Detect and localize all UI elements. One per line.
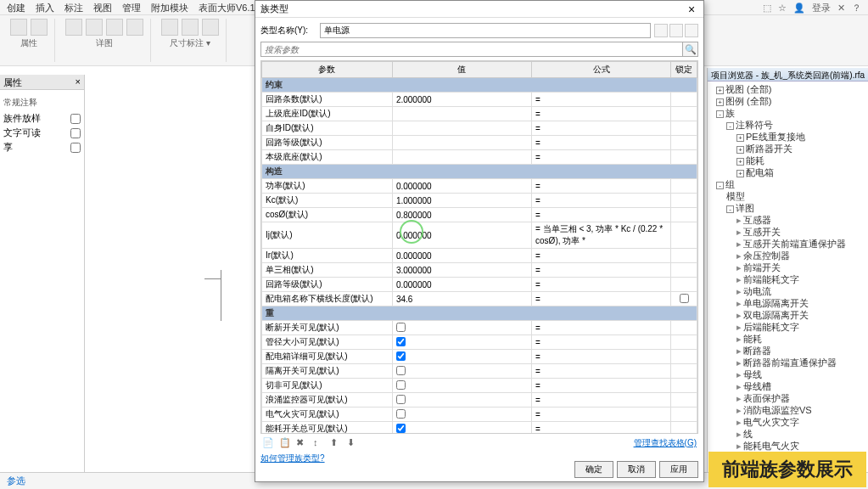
param-value[interactable]: 34.6 [392,292,531,306]
tree-item[interactable]: +视图 (全部) [709,83,866,95]
tree-item[interactable]: ▸后端能耗文字 [709,321,866,333]
help-link[interactable]: 如何管理族类型? [260,453,325,463]
delete-icon[interactable] [685,24,698,37]
param-lock[interactable] [671,278,697,292]
param-lock[interactable] [671,350,697,364]
param-formula[interactable]: = [532,278,671,292]
lookup-tables-link[interactable]: 管理查找表格(G) [634,437,697,449]
tree-toggle-icon[interactable]: - [726,205,734,213]
tree-toggle-icon[interactable]: + [716,87,724,94]
param-value[interactable]: 0.000000 [392,222,531,249]
param-checkbox[interactable] [396,424,406,433]
param-value[interactable] [392,150,531,165]
tree-toggle-icon[interactable]: + [736,158,744,166]
param-lock[interactable] [671,179,697,194]
param-formula[interactable]: = [532,350,671,364]
tree-item[interactable]: ▸双电源隔离开关 [709,309,866,321]
param-value[interactable]: 3.000000 [392,263,531,278]
param-name[interactable]: cosØ(默认) [262,208,393,222]
param-value[interactable] [392,136,531,150]
menu-item[interactable]: 表面大师V6.1 [199,2,255,13]
tree-item[interactable]: ▸动电流 [709,285,866,297]
param-formula[interactable]: = [532,208,671,222]
tree-item[interactable]: ▸表面保护器 [709,392,866,404]
header-value[interactable]: 值 [392,62,531,78]
tree-toggle-icon[interactable]: - [726,122,734,130]
param-name[interactable]: 配电箱名称下横线长度(默认) [262,292,393,306]
ribbon-icon[interactable] [161,19,178,36]
param-name[interactable]: 回路等级(默认) [262,278,393,292]
param-value[interactable] [392,321,531,335]
tree-item[interactable]: +配电箱 [709,166,866,178]
group-header[interactable]: 重 [262,306,697,321]
param-lock[interactable] [671,121,697,136]
header-param[interactable]: 参数 [262,62,393,78]
param-lock[interactable] [671,222,697,249]
param-name[interactable]: 浪涌监控器可见(默认) [262,393,393,408]
group-header[interactable]: 约束 [262,78,697,93]
param-lock[interactable] [671,208,697,222]
param-checkbox[interactable] [396,409,406,419]
param-lock[interactable] [671,292,697,306]
icon[interactable]: ⬚ [763,3,771,14]
tool-icon[interactable]: 📄 [262,437,274,449]
param-name[interactable]: 自身ID(默认) [262,121,393,136]
ribbon-icon[interactable] [31,19,48,36]
param-name[interactable]: 管径大小可见(默认) [262,335,393,350]
tree-item[interactable]: +图例 (全部) [709,95,866,107]
rename-icon[interactable] [669,24,683,37]
tree-item[interactable]: +PE线重复接地 [709,131,866,143]
param-value[interactable] [392,107,531,121]
param-checkbox[interactable] [396,351,406,361]
search-input[interactable] [260,42,683,57]
tree-item[interactable]: +断路器开关 [709,143,866,155]
tree-item[interactable]: ▸互感器 [709,214,866,226]
param-value[interactable]: 1.000000 [392,194,531,208]
param-lock[interactable] [671,393,697,408]
menu-item[interactable]: 附加模块 [151,2,188,13]
new-type-icon[interactable] [654,24,668,37]
prop-checkbox[interactable] [70,114,81,124]
tree-item[interactable]: -注释符号 [709,119,866,131]
tree-toggle-icon[interactable]: + [716,98,724,106]
tree-item[interactable]: ▸能耗 [709,333,866,345]
param-formula[interactable]: = 当单三相 < 3, 功率 * Kc / (0.22 * cosØ), 功率 … [532,222,671,249]
tree-item[interactable]: -组 [709,178,866,190]
tree-item[interactable]: -族 [709,107,866,119]
param-value[interactable] [392,393,531,408]
param-lock[interactable] [671,321,697,335]
param-lock[interactable] [671,263,697,278]
tree-toggle-icon[interactable]: + [736,146,744,154]
tree-item[interactable]: ▸余压控制器 [709,250,866,261]
tree-item[interactable]: ▸断路器前端直通保护器 [709,357,866,368]
tree-item[interactable]: -详图 [709,202,866,214]
param-name[interactable]: 功率(默认) [262,179,393,194]
tool-icon[interactable]: ⬇ [347,437,359,449]
tree-toggle-icon[interactable]: + [736,170,744,177]
param-checkbox[interactable] [396,366,406,375]
menu-item[interactable]: 管理 [122,2,141,13]
tree-item[interactable]: 模型 [709,190,866,202]
param-lock[interactable] [671,150,697,165]
param-name[interactable]: 本级底座(默认) [262,150,393,165]
param-value[interactable]: 0.000000 [392,249,531,263]
ribbon-icon[interactable] [106,19,123,36]
tree-item[interactable]: ▸电气火灾文字 [709,416,866,428]
search-icon[interactable]: 🔍 [683,42,698,57]
param-name[interactable]: 能耗开关总可见(默认) [262,422,393,435]
icon[interactable]: ☆ [778,3,787,14]
param-formula[interactable]: = [532,422,671,435]
menu-item[interactable]: 插入 [36,2,54,13]
param-lock[interactable] [671,364,697,379]
tree-item[interactable]: ▸母线槽 [709,380,866,392]
param-formula[interactable]: = [532,136,671,150]
param-formula[interactable]: = [532,179,671,194]
param-formula[interactable]: = [532,249,671,263]
param-value[interactable] [392,350,531,364]
param-formula[interactable]: = [532,393,671,408]
tool-icon[interactable]: ✖ [296,437,308,449]
param-value[interactable] [392,422,531,435]
param-formula[interactable]: = [532,150,671,165]
prop-checkbox[interactable] [70,128,81,138]
menu-item[interactable]: 标注 [64,2,83,13]
